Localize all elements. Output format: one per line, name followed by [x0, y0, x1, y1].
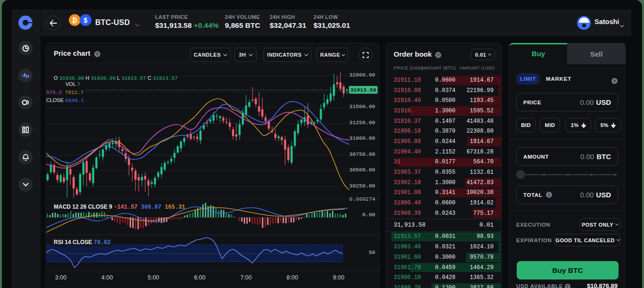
- svg-text:31913.58: 31913.58: [350, 87, 376, 93]
- svg-text:MACD 12 26 CLOSE 9 -141.57 306: MACD 12 26 CLOSE 9 -141.57 306.87 165.31: [54, 203, 185, 211]
- svg-text:30250.00: 30250.00: [349, 183, 375, 189]
- svg-text:RSI 14 CLOSE 78.82: RSI 14 CLOSE 78.82: [54, 239, 111, 246]
- svg-text:31000.00: 31000.00: [349, 135, 375, 141]
- svg-text:9:00: 9:00: [333, 274, 344, 281]
- svg-text:30750.00: 30750.00: [349, 151, 375, 157]
- svg-text:8:00: 8:00: [287, 274, 298, 281]
- svg-text:O 31930.99 H 31930.99 L 31913.: O 31930.99 H 31930.99 L 31913.57 C 31913…: [54, 75, 178, 81]
- svg-text:50: 50: [369, 249, 375, 255]
- svg-text:30500.00: 30500.00: [349, 167, 375, 173]
- svg-text:0.00: 0.00: [362, 212, 375, 218]
- svg-text:6:00: 6:00: [194, 274, 205, 281]
- svg-text:CLOSE 8848.1: CLOSE 8848.1: [46, 97, 84, 103]
- svg-text:5:00: 5:00: [148, 274, 159, 281]
- svg-text:32000.00: 32000.00: [349, 72, 375, 78]
- svg-text:4:00: 4:00: [101, 274, 113, 281]
- svg-text:VOL 7: VOL 7: [66, 81, 80, 87]
- svg-text:31250.00: 31250.00: [349, 119, 375, 126]
- svg-text:576.2 7912.7: 576.2 7912.7: [46, 90, 83, 95]
- svg-text:7:00: 7:00: [240, 274, 252, 281]
- svg-text:3:00: 3:00: [55, 274, 66, 281]
- svg-text:31500.00: 31500.00: [349, 103, 375, 110]
